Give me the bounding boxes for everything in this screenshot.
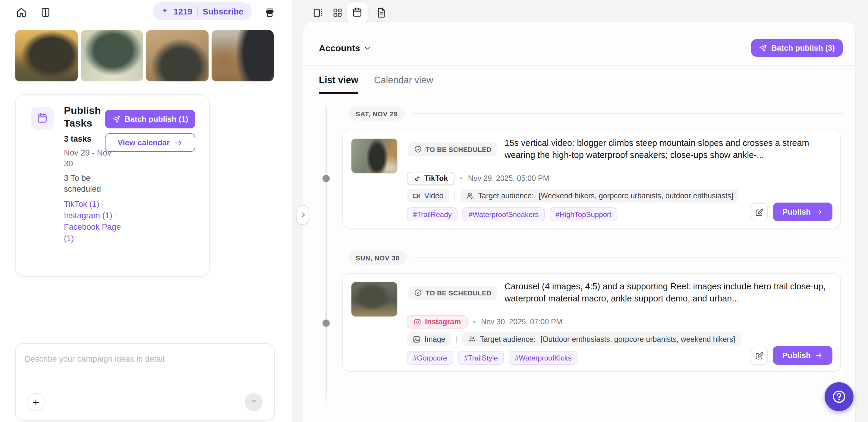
printer-icon bbox=[264, 6, 275, 18]
hashtag[interactable]: #WaterproofKicks bbox=[509, 351, 578, 365]
arrow-right-icon bbox=[815, 352, 823, 359]
send-icon bbox=[758, 44, 767, 52]
hashtag[interactable]: #Gorpcore bbox=[407, 351, 453, 365]
date-divider-line bbox=[411, 113, 843, 114]
campaign-idea-input[interactable] bbox=[16, 343, 274, 386]
link-separator: · bbox=[115, 211, 117, 220]
subscribe-button[interactable]: Subscribe bbox=[203, 6, 243, 16]
hashtag[interactable]: #TrailStyle bbox=[458, 351, 504, 365]
platform-link-facebook[interactable]: Facebook Page (1) bbox=[64, 222, 121, 243]
status-label: TO BE SCHEDULED bbox=[426, 289, 492, 296]
task-thumbnail-hiker-rocky-slope[interactable] bbox=[351, 138, 398, 174]
audience-value: [Outdoor enthusiasts, gorpcore urbanists… bbox=[540, 335, 735, 343]
date-group-header: SAT, NOV 29 bbox=[348, 107, 843, 121]
asset-thumbnails bbox=[15, 30, 277, 81]
users-icon bbox=[466, 191, 474, 200]
tab-calendar-view[interactable]: Calendar view bbox=[374, 75, 433, 94]
toggle-sidebar-button[interactable] bbox=[37, 4, 53, 20]
platform-link-instagram[interactable]: Instagram (1) bbox=[64, 211, 113, 220]
sidebar: 1219 Subscribe Publish Tasks 3 tasks Nov… bbox=[0, 0, 292, 422]
credits-count: 1219 bbox=[174, 6, 192, 16]
edit-task-button[interactable] bbox=[750, 203, 768, 221]
grid-view-button[interactable] bbox=[330, 5, 345, 21]
media-type-label: Video bbox=[424, 191, 444, 200]
pill-divider bbox=[197, 7, 198, 16]
tiktok-badge[interactable]: TikTok bbox=[407, 172, 455, 185]
export-button[interactable] bbox=[261, 4, 277, 20]
credits-pill[interactable]: 1219 Subscribe bbox=[153, 2, 252, 20]
chevron-right-icon bbox=[299, 211, 307, 219]
campaign-composer bbox=[15, 343, 275, 421]
instagram-badge[interactable]: Instagram bbox=[407, 315, 468, 329]
document-view-button[interactable] bbox=[374, 5, 390, 21]
bullet-separator: • bbox=[460, 174, 462, 183]
edit-icon bbox=[754, 351, 764, 360]
grid-view-icon bbox=[332, 7, 343, 18]
hashtag[interactable]: #HighTopSupport bbox=[550, 207, 617, 221]
audience-value: [Weekend hikers, gorpcore urbanists, out… bbox=[538, 191, 733, 200]
task-card: TO BE SCHEDULED 15s vertical video: blog… bbox=[342, 130, 841, 229]
edit-task-button[interactable] bbox=[750, 346, 768, 365]
media-type-badge: Image bbox=[407, 332, 451, 346]
date-divider-line bbox=[413, 258, 843, 258]
help-button[interactable] bbox=[825, 382, 854, 411]
bullet-separator: • bbox=[473, 318, 475, 326]
users-icon bbox=[468, 335, 476, 343]
scheduled-datetime: Nov 29, 2025, 05:00 PM bbox=[468, 174, 550, 183]
plus-icon bbox=[31, 398, 40, 406]
task-thumbnail-boot-closeup[interactable] bbox=[351, 281, 398, 317]
publish-label: Publish bbox=[782, 207, 811, 216]
pipe-separator: | bbox=[454, 191, 456, 200]
platform-row: Instagram • Nov 30, 2025, 07:00 PM bbox=[407, 315, 562, 329]
publish-button[interactable]: Publish bbox=[773, 346, 832, 365]
platform-row: TikTok • Nov 29, 2025, 05:00 PM bbox=[407, 172, 549, 185]
submit-idea-button[interactable] bbox=[245, 393, 263, 411]
edit-icon bbox=[754, 208, 764, 217]
audience-label: Target audience: bbox=[478, 191, 534, 200]
help-icon bbox=[831, 389, 847, 404]
document-view-icon bbox=[376, 7, 387, 18]
batch-publish-button[interactable]: Batch publish (1) bbox=[105, 110, 195, 128]
asset-thumbnail-boots-cafe-bench[interactable] bbox=[211, 30, 274, 81]
batch-publish-all-label: Batch publish (3) bbox=[771, 43, 835, 53]
timeline-dot bbox=[322, 175, 330, 182]
asset-thumbnail-boot-sunset-rock[interactable] bbox=[15, 30, 78, 81]
accounts-label: Accounts bbox=[319, 43, 360, 53]
view-calendar-button[interactable]: View calendar bbox=[105, 133, 195, 152]
calendar-tile bbox=[31, 107, 54, 130]
arrow-right-icon bbox=[174, 138, 182, 147]
date-group-header: SUN, NOV 30 bbox=[348, 251, 843, 265]
calendar-view-icon bbox=[351, 7, 363, 18]
timeline-dot bbox=[322, 320, 330, 327]
calendar-view-button[interactable] bbox=[346, 1, 368, 24]
home-icon bbox=[16, 6, 27, 18]
date-badge: SUN, NOV 30 bbox=[348, 251, 407, 265]
image-icon bbox=[412, 335, 421, 343]
main-pane: Accounts Batch publish (3) List view Cal… bbox=[292, 0, 868, 422]
preview-view-button[interactable] bbox=[310, 5, 326, 21]
tasks-panel: Accounts Batch publish (3) List view Cal… bbox=[303, 22, 855, 422]
batch-publish-all-button[interactable]: Batch publish (3) bbox=[751, 39, 843, 57]
platform-link-tiktok[interactable]: TikTok (1) bbox=[64, 200, 99, 209]
tab-list-view[interactable]: List view bbox=[319, 75, 358, 94]
sidebar-topbar: 1219 Subscribe bbox=[0, 0, 292, 25]
status-badge: TO BE SCHEDULED bbox=[408, 286, 498, 300]
home-button[interactable] bbox=[13, 4, 29, 20]
view-tabs: List view Calendar view bbox=[319, 75, 433, 94]
hashtag[interactable]: #TrailReady bbox=[407, 207, 458, 221]
asset-thumbnail-boot-in-water[interactable] bbox=[81, 30, 143, 81]
hashtag[interactable]: #WaterproofSneakers bbox=[463, 207, 545, 221]
arrow-right-icon bbox=[815, 208, 823, 216]
chevron-down-icon bbox=[364, 44, 372, 52]
add-attachment-button[interactable] bbox=[27, 393, 44, 411]
accounts-dropdown[interactable]: Accounts bbox=[319, 43, 372, 53]
app-root: 1219 Subscribe Publish Tasks 3 tasks Nov… bbox=[0, 0, 868, 422]
publish-tasks-actions: Batch publish (1) View calendar bbox=[105, 110, 195, 152]
publish-button[interactable]: Publish bbox=[773, 203, 832, 221]
date-badge: SAT, NOV 29 bbox=[348, 107, 405, 121]
instagram-icon bbox=[413, 318, 421, 326]
panel-divider bbox=[303, 65, 855, 66]
asset-thumbnail-boot-lacing-rocks[interactable] bbox=[146, 30, 208, 81]
send-icon bbox=[112, 115, 121, 123]
collapse-panel-handle[interactable] bbox=[296, 205, 309, 225]
